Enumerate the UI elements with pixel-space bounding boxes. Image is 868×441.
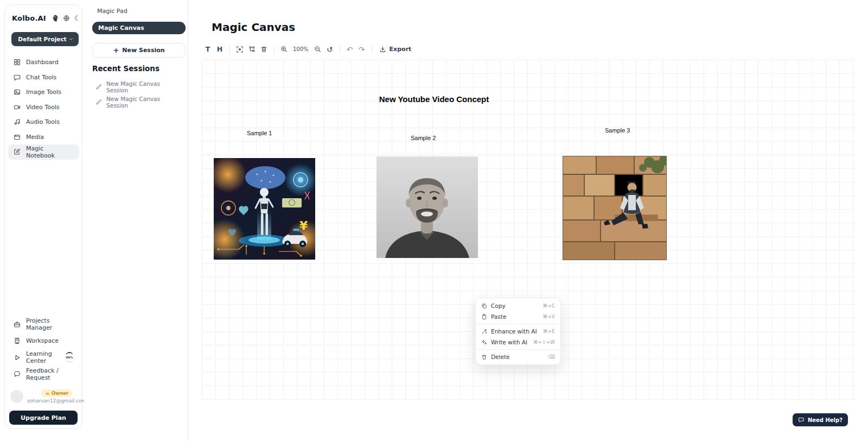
download-icon [379,46,386,53]
magic-canvas-item-active[interactable]: Magic Canvas [92,22,186,34]
sidebar-item-dashboard[interactable]: Dashboard [8,55,79,70]
dashboard-icon [14,59,21,66]
chat-bubble-icon [14,74,21,81]
sample-label-3[interactable]: Sample 3 [605,127,630,134]
page-title: Magic Canvas [212,21,295,34]
flow-nodes-tool-button[interactable] [246,43,258,56]
zoom-in-button[interactable] [278,43,290,56]
moon-icon[interactable]: ☾ [74,15,81,22]
sidebar-item-label: Video Tools [26,104,59,111]
canvas-image-ruins[interactable] [563,156,667,260]
zoom-level: 100% [290,46,312,52]
context-menu-item-enhance-with-ai[interactable]: Enhance with AI ⌘+E [476,326,560,337]
briefcase-icon [14,321,21,328]
trash-icon [481,354,487,360]
ai-select-tool-button[interactable] [234,43,246,56]
sidebar-item-label: Magic Notebook [26,145,74,159]
sidebar-item-feedback-request[interactable]: Feedback / Request [8,366,79,383]
canvas-toolbar: T H 100% ↺ ↶ ↷ Export [202,42,414,56]
context-menu-item-delete[interactable]: Delete ⌫ [476,351,560,362]
new-session-button[interactable]: + New Session [92,43,186,58]
magic-pad-item[interactable]: Magic Pad [97,8,127,15]
session-list-item[interactable]: New Magic Canvas Session [95,79,183,94]
svg-text:¥: ¥ [299,219,308,232]
context-menu: Copy ⌘+C Paste ⌘+V Enhance with AI ⌘+E W… [475,298,561,365]
copy-icon [481,303,487,309]
play-icon [14,354,21,361]
sidebar-item-media[interactable]: Media [8,130,79,145]
redo-icon: ↷ [359,46,365,53]
globe-icon[interactable] [63,15,70,22]
media-folder-icon [14,134,21,141]
recent-sessions-list: New Magic Canvas Session New Magic Canva… [95,79,183,110]
sidebar-item-image-tools[interactable]: Image Tools [8,85,79,100]
text-tool-button[interactable]: T [202,43,214,56]
notebook-pen-icon [14,148,21,155]
project-selector[interactable]: Default Project [11,32,79,46]
canvas-image-portrait[interactable] [376,156,478,258]
learning-progress-ring: 66% [65,352,74,363]
brand-logo: Kolbo.AI [12,14,46,22]
sidebar-item-label: Projects Manager [26,317,74,331]
feedback-bubble-icon [14,370,21,377]
toolbar-divider [340,45,340,54]
reset-view-button[interactable]: ↺ [324,43,336,56]
context-menu-item-write-with-ai[interactable]: Write with AI ⌘+⇧+W [476,337,560,348]
sidebar-item-label: Workspace [26,337,59,344]
toolbar-divider [229,45,230,54]
sidebar-item-magic-notebook[interactable]: Magic Notebook [8,144,79,160]
sidebar-item-chat-tools[interactable]: Chat Tools [8,70,79,85]
undo-icon: ↶ [347,46,353,53]
chevron-down-icon [68,36,74,42]
upgrade-plan-button[interactable]: Upgrade Plan [9,411,78,425]
canvas-heading-text[interactable]: New Youtube Video Concept [374,94,494,104]
toolbar-divider [372,45,372,54]
main-content: Magic Canvas T H 100% ↺ ↶ ↷ Export New Y… [189,0,868,441]
sample-label-1[interactable]: Sample 1 [247,130,272,136]
heading-tool-button[interactable]: H [214,43,226,56]
toolbar-divider [273,45,274,54]
undo-button[interactable]: ↶ [344,43,356,56]
canvas-image-ai-collage[interactable]: ¥ [214,158,315,260]
sidebar-item-projects-manager[interactable]: Projects Manager [8,316,79,333]
learning-progress-value: 66% [65,353,74,362]
sparkles-icon [481,339,487,345]
owner-badge: Owner [41,389,72,397]
redo-button[interactable]: ↷ [356,43,368,56]
magic-wand-icon [481,329,487,335]
need-help-button[interactable]: Need Help? [793,413,848,426]
sidebar-item-label: Learning Center [26,350,59,364]
delete-tool-button[interactable] [258,43,270,56]
left-sidebar: Kolbo.AI ☾ Default Project Dashboard Cha… [4,4,82,429]
zoom-out-button[interactable] [312,43,324,56]
session-list-item[interactable]: New Magic Canvas Session [95,94,183,110]
context-menu-item-paste[interactable]: Paste ⌘+V [476,311,560,322]
trash-icon [260,46,267,53]
sidebar-item-audio-tools[interactable]: Audio Tools [8,115,79,130]
context-menu-item-copy[interactable]: Copy ⌘+C [476,300,560,311]
paste-icon [481,314,487,320]
plus-icon: + [113,47,119,54]
magic-canvas-grid[interactable]: New Youtube Video Concept Sample 1 Sampl… [202,60,856,400]
avatar [10,390,23,403]
sidebar-item-label: Image Tools [26,89,61,96]
context-menu-divider [476,349,560,350]
sample-label-2[interactable]: Sample 2 [411,135,436,141]
building-icon [14,337,21,344]
sidebar-item-label: Chat Tools [26,74,56,81]
user-account-row[interactable]: Owner zoharvan12@gmail.com [10,386,78,407]
sidebar-item-video-tools[interactable]: Video Tools [8,100,79,115]
sidebar-item-label: Media [26,134,44,141]
crown-icon [45,391,50,396]
sidebar-item-learning-center[interactable]: Learning Center 66% [8,349,79,366]
video-camera-icon [14,104,21,111]
sidebar-item-workspace[interactable]: Workspace [8,333,79,350]
image-icon [14,89,21,96]
magic-notebook-panel: Magic Pad Magic Canvas + New Session Rec… [84,0,188,441]
music-note-icon [14,118,21,125]
brain-head-icon [50,14,59,22]
sidebar-nav: Dashboard Chat Tools Image Tools Video T… [8,55,79,160]
flow-nodes-icon [248,46,256,53]
export-button[interactable]: Export [376,43,415,56]
pencil-icon [95,99,102,105]
